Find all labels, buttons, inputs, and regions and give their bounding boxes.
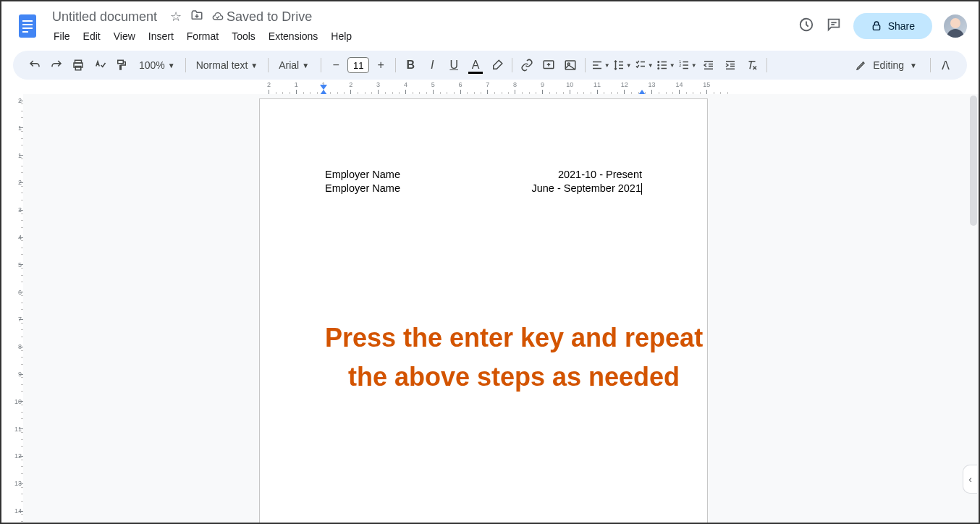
- comment-icon[interactable]: [826, 17, 842, 36]
- add-comment-button[interactable]: [538, 55, 559, 75]
- line-right: 2021-10 - Present: [558, 168, 642, 182]
- history-icon[interactable]: [798, 17, 814, 36]
- insert-image-button[interactable]: [560, 55, 580, 75]
- document-line[interactable]: Employer Name 2021-10 - Present: [325, 168, 642, 182]
- undo-button[interactable]: [25, 55, 45, 75]
- style-select[interactable]: Normal text▼: [190, 56, 263, 74]
- font-increase-button[interactable]: +: [371, 55, 391, 75]
- page[interactable]: Employer Name 2021-10 - Present Employer…: [259, 98, 708, 524]
- side-panel-toggle[interactable]: ‹: [963, 465, 977, 494]
- spellcheck-button[interactable]: [90, 55, 110, 75]
- collapse-toolbar-button[interactable]: ᐱ: [935, 55, 955, 75]
- line-left: Employer Name: [325, 168, 400, 182]
- star-icon[interactable]: ☆: [170, 9, 182, 25]
- menu-edit[interactable]: Edit: [77, 28, 106, 45]
- bulleted-list-button[interactable]: ▼: [655, 55, 675, 75]
- svg-rect-4: [22, 31, 28, 33]
- font-decrease-button[interactable]: −: [326, 55, 346, 75]
- bold-button[interactable]: B: [400, 55, 421, 75]
- link-button[interactable]: [517, 55, 537, 75]
- decrease-indent-button[interactable]: [698, 55, 719, 75]
- menu-insert[interactable]: Insert: [143, 28, 179, 45]
- svg-text:2: 2: [679, 63, 681, 67]
- menu-help[interactable]: Help: [325, 28, 358, 45]
- text-color-button[interactable]: A: [465, 55, 486, 75]
- workspace: 211234567891011121314 Employer Name 2021…: [1, 94, 979, 524]
- menu-extensions[interactable]: Extensions: [263, 28, 324, 45]
- clear-formatting-button[interactable]: [742, 55, 762, 75]
- line-spacing-button[interactable]: ▼: [612, 55, 632, 75]
- document-line[interactable]: Employer Name June - September 2021: [325, 182, 642, 195]
- vertical-scrollbar[interactable]: [970, 96, 977, 226]
- svg-rect-2: [22, 24, 33, 25]
- horizontal-ruler[interactable]: 21123456789101112131415: [1, 83, 979, 94]
- print-button[interactable]: [68, 55, 88, 75]
- svg-rect-1: [22, 20, 33, 22]
- increase-indent-button[interactable]: [720, 55, 740, 75]
- document-title[interactable]: Untitled document: [48, 8, 161, 26]
- vertical-ruler[interactable]: 211234567891011121314: [1, 94, 23, 524]
- checklist-button[interactable]: ▼: [633, 55, 654, 75]
- user-avatar[interactable]: [944, 14, 967, 38]
- svg-rect-0: [19, 14, 36, 38]
- menu-file[interactable]: File: [48, 28, 76, 45]
- text-cursor: [641, 183, 642, 195]
- header-right: Share: [798, 13, 967, 39]
- font-size-input[interactable]: [347, 57, 369, 73]
- svg-rect-8: [873, 25, 879, 30]
- share-button[interactable]: Share: [853, 13, 932, 39]
- highlight-button[interactable]: [487, 55, 507, 75]
- redo-button[interactable]: [46, 55, 67, 75]
- toolbar: 100%▼ Normal text▼ Arial▼ − + B I U A ▼ …: [13, 51, 967, 80]
- svg-point-22: [658, 64, 659, 66]
- svg-point-23: [658, 68, 659, 69]
- save-status: Saved to Drive: [212, 9, 312, 25]
- editing-mode-button[interactable]: Editing ▼: [847, 55, 926, 75]
- font-select[interactable]: Arial▼: [273, 56, 316, 74]
- menu-tools[interactable]: Tools: [226, 28, 261, 45]
- zoom-select[interactable]: 100%▼: [133, 56, 181, 74]
- app-header: Untitled document ☆ Saved to Drive File …: [1, 1, 979, 45]
- document-canvas[interactable]: Employer Name 2021-10 - Present Employer…: [23, 94, 979, 524]
- share-label: Share: [888, 20, 915, 32]
- docs-logo[interactable]: [13, 12, 42, 41]
- numbered-list-button[interactable]: 12▼: [677, 55, 697, 75]
- paint-format-button[interactable]: [111, 55, 132, 75]
- svg-point-21: [658, 62, 659, 63]
- menu-bar: File Edit View Insert Format Tools Exten…: [48, 28, 798, 45]
- svg-rect-12: [118, 60, 124, 64]
- menu-format[interactable]: Format: [181, 28, 224, 45]
- line-right: June - September 2021: [531, 182, 642, 195]
- underline-button[interactable]: U: [444, 55, 464, 75]
- svg-rect-3: [22, 28, 33, 29]
- title-area: Untitled document ☆ Saved to Drive File …: [48, 8, 798, 45]
- menu-view[interactable]: View: [108, 28, 141, 45]
- move-icon[interactable]: [190, 9, 203, 25]
- italic-button[interactable]: I: [422, 55, 442, 75]
- line-left: Employer Name: [325, 182, 400, 195]
- align-button[interactable]: ▼: [590, 55, 610, 75]
